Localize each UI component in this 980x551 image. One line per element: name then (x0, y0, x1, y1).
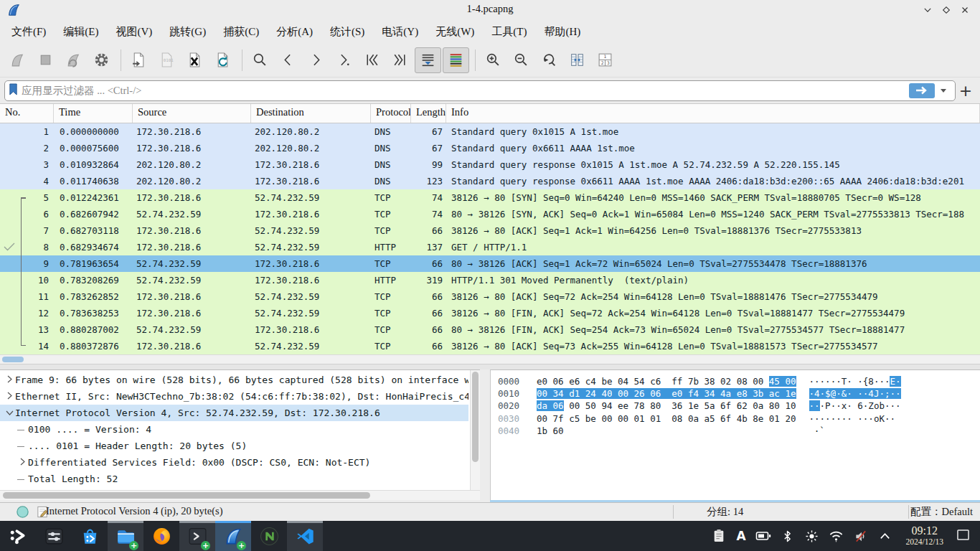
expert-info-icon[interactable] (16, 505, 29, 522)
hex-byte[interactable]: 4a (720, 388, 731, 399)
input-method-indicator[interactable]: A (736, 529, 745, 543)
packet-row[interactable]: 30.010932864202.120.80.2172.30.218.6DNS9… (0, 156, 980, 173)
details-hscrollbar[interactable] (0, 490, 480, 500)
detail-line[interactable]: Frame 9: 66 bytes on wire (528 bits), 66… (0, 372, 468, 388)
add-filter-button[interactable]: + (956, 82, 976, 100)
detail-line[interactable]: Internet Protocol Version 4, Src: 52.74.… (0, 405, 468, 421)
profile-label[interactable]: 配置：Default (910, 505, 973, 519)
hex-byte[interactable]: 00 (601, 413, 612, 424)
hex-byte[interactable]: ee (618, 400, 628, 411)
packet-row[interactable]: 120.783638253172.30.218.652.74.232.59TCP… (0, 305, 980, 321)
menu-item-3[interactable]: 跳转(G) (161, 24, 215, 40)
column-header-time[interactable]: Time (54, 104, 133, 123)
hex-byte[interactable]: 5a (704, 400, 715, 411)
column-header-source[interactable]: Source (133, 104, 251, 123)
taskbar-app-terminal[interactable]: + (179, 521, 215, 551)
hex-byte[interactable]: a5 (704, 413, 715, 424)
hex-byte[interactable]: 01 (634, 413, 645, 424)
hex-byte[interactable]: 0a (753, 400, 763, 411)
hex-byte[interactable]: 7b (688, 376, 699, 387)
expander-right-icon[interactable] (4, 388, 15, 405)
detail-line[interactable]: .... 0101 = Header Length: 20 bytes (5) (0, 438, 468, 454)
hex-byte[interactable]: 7f (553, 413, 564, 424)
hex-row[interactable]: 0000e0 06 e6 c4 be 04 54 c6 ff 7b 38 02 … (498, 375, 980, 387)
hex-byte[interactable]: 80 (769, 400, 780, 411)
find-packet-button[interactable] (247, 47, 273, 73)
hex-byte[interactable]: 6f (720, 400, 731, 411)
packet-row[interactable]: 130.88028700252.74.232.59172.30.218.6TCP… (0, 321, 980, 338)
hex-byte[interactable]: e8 (737, 388, 748, 399)
hex-row[interactable]: 003000 7f c5 be 00 00 01 01 08 0a a5 6f … (498, 413, 980, 425)
zoom-out-button[interactable] (508, 47, 534, 73)
hex-byte[interactable]: ff (672, 376, 682, 387)
hex-byte[interactable]: 4b (737, 413, 748, 424)
hex-byte[interactable]: 00 (618, 413, 628, 424)
hex-byte[interactable]: 6f (720, 413, 731, 424)
clock[interactable]: 09:12 2024/12/13 (906, 525, 943, 547)
close-icon[interactable] (956, 1, 974, 19)
hex-byte[interactable]: d1 (569, 388, 580, 399)
close-file-button[interactable] (182, 47, 208, 73)
packet-row[interactable]: 20.000075600172.30.218.6202.120.80.2DNS6… (0, 140, 980, 156)
hex-byte[interactable]: 08 (672, 413, 682, 424)
column-layout-button[interactable]: 123 (592, 47, 618, 73)
hex-byte[interactable]: be (601, 376, 612, 387)
packet-row[interactable]: 80.682934674172.30.218.652.74.232.59HTTP… (0, 239, 980, 255)
hex-byte[interactable]: 02 (720, 376, 731, 387)
hex-row[interactable]: 00401b 60 ·` (498, 425, 980, 437)
detail-line[interactable]: Ethernet II, Src: NewH3CTechno_7b:38:02 … (0, 388, 468, 405)
column-header-info[interactable]: Info (446, 104, 980, 123)
column-header-no[interactable]: No. (0, 104, 54, 123)
hex-byte[interactable]: 1e (688, 400, 699, 411)
hex-byte[interactable]: 00 (753, 376, 763, 387)
hex-byte[interactable]: 54 (634, 376, 645, 387)
taskbar-app-firefox[interactable] (143, 521, 179, 551)
hex-byte[interactable]: 0a (688, 413, 699, 424)
hex-byte[interactable]: c5 (569, 413, 580, 424)
menu-item-5[interactable]: 分析(A) (268, 24, 321, 40)
expander-right-icon[interactable] (4, 372, 15, 388)
column-header-destination[interactable]: Destination (251, 104, 371, 123)
chevron-up-icon[interactable] (877, 532, 893, 540)
hex-byte[interactable]: 34 (553, 388, 564, 399)
packet-list-hscrollbar[interactable] (0, 354, 980, 364)
go-forward-button[interactable] (303, 47, 329, 73)
hex-byte[interactable]: da (537, 400, 547, 411)
details-vscrollbar[interactable] (470, 370, 480, 491)
packet-row[interactable]: 140.880372876172.30.218.652.74.232.59TCP… (0, 338, 980, 354)
brightness-icon[interactable] (804, 529, 820, 543)
go-back-button[interactable] (275, 47, 301, 73)
hex-byte[interactable]: 80 (650, 400, 661, 411)
menu-item-1[interactable]: 编辑(E) (55, 24, 107, 40)
detail-line[interactable]: Differentiated Services Field: 0x00 (DSC… (0, 454, 468, 471)
hex-row[interactable]: 0020da 06 00 50 94 ee 78 80 36 1e 5a 6f … (498, 400, 980, 412)
menu-item-6[interactable]: 统计(S) (321, 24, 373, 40)
hex-byte[interactable]: 00 (537, 413, 547, 424)
filter-dropdown-caret-icon[interactable] (941, 89, 946, 93)
bookmark-icon[interactable] (8, 83, 19, 99)
hex-byte[interactable]: 06 (650, 388, 661, 399)
detail-line[interactable]: 0100 .... = Version: 4 (0, 421, 468, 438)
auto-scroll-button[interactable] (415, 47, 441, 73)
menu-item-2[interactable]: 视图(V) (108, 24, 161, 40)
hex-byte[interactable]: 00 (785, 376, 796, 387)
pane-splitter[interactable] (0, 364, 980, 369)
hex-byte[interactable]: 62 (737, 400, 748, 411)
hex-byte[interactable]: be (585, 413, 596, 424)
taskbar-app-settings[interactable] (36, 521, 72, 551)
volume-muted-icon[interactable] (853, 529, 869, 543)
hex-byte[interactable]: 01 (769, 413, 780, 424)
hex-byte[interactable]: 78 (634, 400, 645, 411)
hex-byte[interactable]: c4 (585, 376, 596, 387)
menu-item-9[interactable]: 工具(T) (483, 24, 535, 40)
menu-item-10[interactable]: 帮助(H) (535, 24, 589, 40)
hex-byte[interactable]: 00 (537, 388, 547, 399)
hex-byte[interactable]: 04 (618, 376, 628, 387)
hex-byte[interactable]: 00 (618, 388, 628, 399)
taskbar-app-wireshark[interactable]: + (215, 521, 251, 551)
go-last-button[interactable] (387, 47, 413, 73)
open-file-button[interactable] (126, 47, 152, 73)
zoom-in-button[interactable] (480, 47, 507, 73)
hex-byte[interactable]: 40 (601, 388, 612, 399)
column-header-length[interactable]: Length (411, 104, 446, 123)
